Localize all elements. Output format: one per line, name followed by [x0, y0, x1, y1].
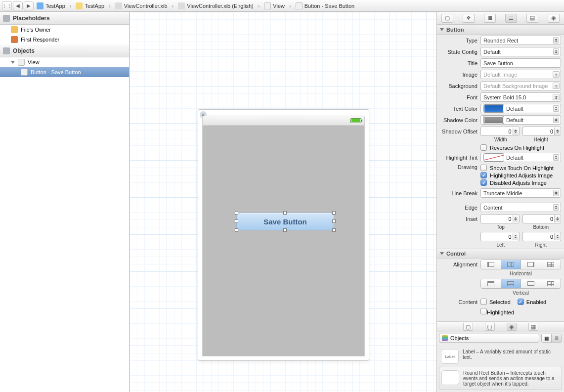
- align-top-btn[interactable]: [481, 279, 501, 288]
- stepper-icon[interactable]: [554, 128, 560, 135]
- text-value: System Bold 15.0: [483, 94, 526, 100]
- inspector-tab-bar: ▢ ❖ ≣ ☰ ▤ ◉: [437, 12, 564, 25]
- highlighted-checkbox[interactable]: [480, 308, 487, 314]
- crumb-button[interactable]: Button - Save Button: [294, 2, 357, 9]
- edge-combo[interactable]: Content: [480, 203, 561, 212]
- disclosure-icon[interactable]: [11, 61, 15, 64]
- media-library-tab[interactable]: ▦: [528, 323, 538, 331]
- font-picker-icon[interactable]: T: [553, 94, 560, 100]
- file-template-tab[interactable]: ▢: [463, 323, 473, 331]
- enabled-checkbox[interactable]: [518, 299, 524, 305]
- view-row[interactable]: View: [0, 57, 129, 67]
- linebreak-combo[interactable]: Truncate Middle: [480, 188, 561, 198]
- library-item-round-rect-button[interactable]: Round Rect Button – Intercepts touch eve…: [439, 367, 562, 390]
- identity-inspector-tab[interactable]: ≣: [484, 14, 496, 23]
- resize-handle[interactable]: [235, 219, 238, 223]
- align-center-btn[interactable]: [501, 260, 521, 269]
- sub-label: Right: [521, 242, 562, 248]
- connections-inspector-tab[interactable]: ◉: [548, 14, 560, 23]
- nav-forward-button[interactable]: ▶: [24, 1, 34, 10]
- inset-top-field[interactable]: 0: [480, 214, 520, 223]
- interface-builder-canvas[interactable]: ✕ Save Button: [130, 12, 436, 392]
- align-right-btn[interactable]: [521, 260, 541, 269]
- align-fill-btn[interactable]: [541, 260, 561, 269]
- text-placeholder: Default Background Image: [483, 83, 548, 89]
- checkbox-label: Enabled: [526, 299, 546, 305]
- crumb-project[interactable]: TestApp: [35, 2, 67, 9]
- stepper-icon[interactable]: [554, 233, 560, 240]
- nav-back-button[interactable]: ◀: [13, 1, 23, 10]
- root-view[interactable]: Save Button: [202, 126, 365, 356]
- reverses-highlight-checkbox[interactable]: [480, 144, 487, 151]
- updown-icon: [553, 105, 559, 112]
- files-owner-icon: [11, 26, 18, 33]
- object-library-tab[interactable]: ◉: [507, 323, 517, 331]
- h-alignment-seg[interactable]: [480, 260, 561, 269]
- resize-handle[interactable]: [235, 228, 238, 232]
- shows-touch-checkbox[interactable]: [480, 165, 487, 171]
- inset-bottom-field[interactable]: 0: [522, 214, 562, 223]
- v-alignment-seg[interactable]: [480, 279, 561, 289]
- image-field[interactable]: Default Image▾: [480, 70, 561, 79]
- stateconfig-combo[interactable]: Default: [480, 47, 561, 56]
- resize-handle[interactable]: [283, 211, 287, 215]
- inset-left-field[interactable]: 0: [480, 232, 520, 241]
- quick-help-tab[interactable]: ❖: [463, 14, 475, 23]
- disabled-adjusts-checkbox[interactable]: [480, 179, 487, 186]
- library-item-label[interactable]: Label Label – A variably sized amount of…: [439, 346, 562, 367]
- first-responder-row[interactable]: First Responder: [0, 35, 129, 44]
- inset-right-field[interactable]: 0: [522, 232, 562, 241]
- dropdown-icon[interactable]: ▾: [553, 71, 560, 78]
- align-bottom-btn[interactable]: [521, 279, 541, 288]
- crumb-xib[interactable]: ViewController.xib: [113, 2, 170, 9]
- text-placeholder: Default Image: [483, 72, 517, 78]
- resize-handle[interactable]: [332, 228, 336, 232]
- shadowcolor-label: Shadow Color: [440, 117, 477, 123]
- list-view-btn[interactable]: ≣: [552, 334, 562, 342]
- resize-handle[interactable]: [332, 219, 336, 223]
- type-combo[interactable]: Rounded Rect: [480, 36, 561, 45]
- size-inspector-tab[interactable]: ▤: [526, 14, 538, 23]
- breadcrumb-bar: ⋮⋮ ◀ ▶ TestApp TestApp ViewController.xi…: [0, 0, 564, 12]
- background-field[interactable]: Default Background Image▾: [480, 81, 561, 90]
- dropdown-icon[interactable]: ▾: [553, 83, 560, 89]
- files-owner-row[interactable]: File's Owner: [0, 25, 129, 35]
- stepper-icon[interactable]: [513, 128, 519, 135]
- device-frame[interactable]: ✕ Save Button: [198, 109, 369, 361]
- file-inspector-tab[interactable]: ▢: [441, 14, 453, 23]
- library-filter-combo[interactable]: Objects: [439, 334, 539, 343]
- shadowoffset-width-field[interactable]: 0: [480, 127, 520, 136]
- crumb-folder[interactable]: TestApp: [74, 2, 106, 9]
- align-middle-btn[interactable]: [501, 279, 521, 288]
- resize-handle[interactable]: [235, 211, 238, 215]
- crumb-view[interactable]: View: [262, 2, 287, 9]
- highlight-tint-combo[interactable]: Default: [480, 153, 561, 162]
- textcolor-combo[interactable]: Default: [480, 104, 561, 113]
- save-button-widget[interactable]: Save Button: [236, 213, 334, 230]
- align-vfill-btn[interactable]: [541, 279, 561, 288]
- attributes-inspector-tab[interactable]: ☰: [505, 14, 517, 23]
- control-group-header[interactable]: Control: [437, 249, 564, 259]
- highlighted-adjusts-checkbox[interactable]: [480, 172, 487, 178]
- related-items-button[interactable]: ⋮⋮: [2, 1, 12, 10]
- stepper-icon[interactable]: [513, 215, 519, 222]
- button-row[interactable]: Button - Save Button: [0, 67, 129, 77]
- group-title: Control: [446, 251, 466, 257]
- shadowoffset-height-field[interactable]: 0: [522, 127, 562, 136]
- code-snippet-tab[interactable]: { }: [485, 323, 495, 331]
- document-outline: Placeholders File's Owner First Responde…: [0, 12, 130, 392]
- align-left-btn[interactable]: [481, 260, 501, 269]
- stepper-icon[interactable]: [554, 215, 560, 222]
- title-field[interactable]: Save Button: [480, 58, 561, 68]
- stepper-icon[interactable]: [513, 233, 519, 240]
- shadowcolor-combo[interactable]: Default: [480, 115, 561, 125]
- selected-checkbox[interactable]: [480, 299, 487, 305]
- library-view-mode[interactable]: ▦≣: [541, 334, 562, 343]
- button-icon: [21, 69, 28, 76]
- button-group-header[interactable]: Button: [437, 25, 564, 35]
- crumb-xib-en[interactable]: ViewController.xib (English): [176, 2, 255, 9]
- resize-handle[interactable]: [283, 228, 287, 232]
- resize-handle[interactable]: [332, 211, 336, 215]
- font-field[interactable]: System Bold 15.0T: [480, 92, 561, 102]
- grid-view-btn[interactable]: ▦: [542, 334, 552, 342]
